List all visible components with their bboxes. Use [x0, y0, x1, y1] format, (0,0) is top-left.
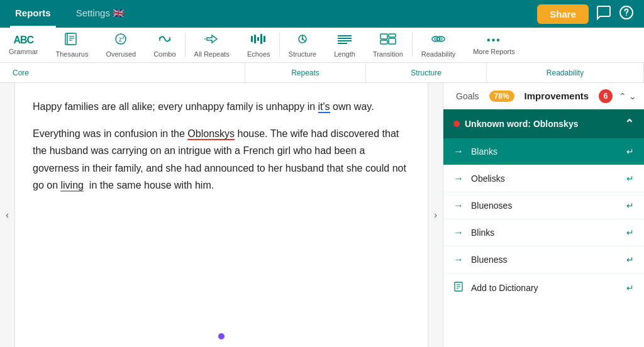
- replace-icon: ↵: [626, 228, 634, 238]
- toolbar-readability[interactable]: Readability: [413, 28, 464, 62]
- unknown-word-header: Unknown word: Oblonskys ⌃: [443, 109, 644, 138]
- arrow-right-icon: →: [453, 227, 464, 238]
- tab-settings[interactable]: Settings 🇬🇧: [71, 0, 130, 28]
- flag-icon: 🇬🇧: [113, 8, 125, 18]
- thesaurus-icon: [64, 33, 79, 48]
- echoes-icon: [250, 33, 267, 48]
- replace-icon: ↵: [626, 146, 634, 157]
- toolbar-more-reports[interactable]: ••• More Reports: [464, 28, 524, 62]
- overused-label: Overused: [106, 50, 136, 58]
- main-area: ‹ Happy families are all alike; every un…: [0, 83, 644, 347]
- category-repeats: Repeats: [245, 63, 366, 82]
- svg-rect-14: [264, 36, 265, 42]
- toolbar-combo[interactable]: Combo: [145, 28, 184, 62]
- category-bar: Core Repeats Structure Readability: [0, 63, 644, 83]
- its-link: it's: [318, 101, 330, 113]
- suggestion-blueness[interactable]: → Blueness ↵: [443, 246, 644, 273]
- svg-rect-3: [67, 33, 76, 45]
- svg-point-30: [440, 38, 442, 40]
- svg-point-18: [301, 38, 303, 40]
- svg-rect-10: [251, 36, 253, 42]
- collapse-icon[interactable]: ⌃: [625, 117, 634, 131]
- toolbar-length[interactable]: Length: [325, 28, 364, 62]
- arrow-right-icon: →: [453, 254, 464, 265]
- svg-rect-26: [389, 38, 396, 44]
- category-core: Core: [0, 63, 245, 82]
- overused-icon: zz: [113, 33, 128, 48]
- left-collapse-icon: ‹: [6, 210, 9, 220]
- add-to-dictionary-button[interactable]: Add to Dictionary ↵: [443, 273, 644, 302]
- length-icon: [336, 33, 353, 48]
- right-collapse-icon: ›: [434, 210, 437, 220]
- grammar-label: Grammar: [9, 48, 38, 55]
- panel-nav-arrows: ⌃ ⌄: [619, 91, 636, 101]
- arrow-right-icon: →: [453, 146, 464, 157]
- svg-rect-25: [389, 34, 396, 37]
- structure-label: Structure: [289, 50, 317, 58]
- more-reports-icon: •••: [487, 35, 501, 46]
- length-label: Length: [334, 50, 355, 58]
- suggestion-label: Obelisks: [471, 174, 505, 184]
- help-icon-button[interactable]: [619, 5, 634, 23]
- suggestion-obelisks[interactable]: → Obelisks ↵: [443, 165, 644, 192]
- goals-badge: 78%: [489, 91, 514, 102]
- svg-rect-12: [257, 37, 259, 41]
- category-readability: Readability: [487, 63, 644, 82]
- arrow-right-icon: →: [453, 200, 464, 211]
- unknown-word-label: Unknown word: Oblonskys: [465, 119, 578, 129]
- panel-tabs: Goals 78% Improvements 6 ⌃ ⌄: [443, 83, 644, 109]
- panel-down-button[interactable]: ⌄: [629, 91, 636, 101]
- paragraph-1: Happy families are all alike; every unha…: [33, 98, 410, 115]
- suggestion-blanks[interactable]: → Blanks ↵: [443, 138, 644, 165]
- toolbar: ABC Grammar Thesaurus zz Overused Combo …: [0, 28, 644, 63]
- svg-point-28: [437, 36, 445, 41]
- toolbar-grammar[interactable]: ABC Grammar: [0, 28, 47, 62]
- share-button[interactable]: Share: [537, 4, 589, 24]
- paragraph-2: Everything was in confusion in the Oblon…: [33, 125, 410, 194]
- suggestion-label: Blinks: [471, 228, 494, 238]
- toolbar-transition[interactable]: Transition: [364, 28, 412, 62]
- replace-icon: ↵: [626, 255, 634, 265]
- suggestion-label: Blueness: [471, 255, 508, 265]
- transition-label: Transition: [373, 50, 403, 58]
- goals-tab[interactable]: Goals: [451, 89, 484, 104]
- combo-icon: [157, 33, 172, 48]
- readability-label: Readability: [421, 50, 455, 58]
- all-repeats-label: All Repeats: [194, 50, 230, 58]
- svg-point-29: [435, 38, 437, 40]
- add-dict-arrow-icon: ↵: [626, 283, 634, 293]
- top-nav: Reports Settings 🇬🇧 Share: [0, 0, 644, 28]
- improvements-tab[interactable]: Improvements: [519, 88, 594, 104]
- svg-rect-24: [380, 40, 387, 44]
- left-panel-toggle[interactable]: ‹: [0, 83, 15, 347]
- living-link: living: [60, 180, 83, 192]
- suggestion-bluenoses[interactable]: → Bluenoses ↵: [443, 192, 644, 219]
- combo-label: Combo: [153, 50, 175, 58]
- toolbar-structure[interactable]: Structure: [280, 28, 326, 62]
- toolbar-overused[interactable]: zz Overused: [97, 28, 145, 62]
- readability-icon: [430, 33, 447, 48]
- text-editor[interactable]: Happy families are all alike; every unha…: [15, 83, 428, 347]
- toolbar-thesaurus[interactable]: Thesaurus: [47, 28, 97, 62]
- improvements-count: 6: [599, 89, 613, 103]
- all-repeats-icon: [203, 33, 221, 48]
- svg-text:z: z: [122, 35, 125, 40]
- toolbar-all-repeats[interactable]: All Repeats: [186, 28, 238, 62]
- structure-icon: [294, 33, 311, 48]
- more-reports-label: More Reports: [473, 48, 515, 55]
- tab-reports[interactable]: Reports: [10, 0, 56, 28]
- svg-rect-13: [260, 34, 262, 44]
- replace-icon: ↵: [626, 174, 634, 184]
- right-panel-toggle[interactable]: ›: [428, 83, 443, 347]
- oblonskys-link: Oblonskys: [187, 128, 235, 140]
- svg-point-1: [626, 14, 627, 15]
- suggestion-blinks[interactable]: → Blinks ↵: [443, 219, 644, 246]
- suggestion-label: Bluenoses: [471, 201, 512, 211]
- replace-icon: ↵: [626, 201, 634, 211]
- chat-icon-button[interactable]: [596, 5, 611, 23]
- svg-rect-23: [380, 34, 387, 39]
- toolbar-echoes[interactable]: Echoes: [238, 28, 279, 62]
- suggestion-label: Blanks: [471, 146, 497, 157]
- panel-up-button[interactable]: ⌃: [619, 91, 626, 101]
- book-icon: [453, 281, 465, 295]
